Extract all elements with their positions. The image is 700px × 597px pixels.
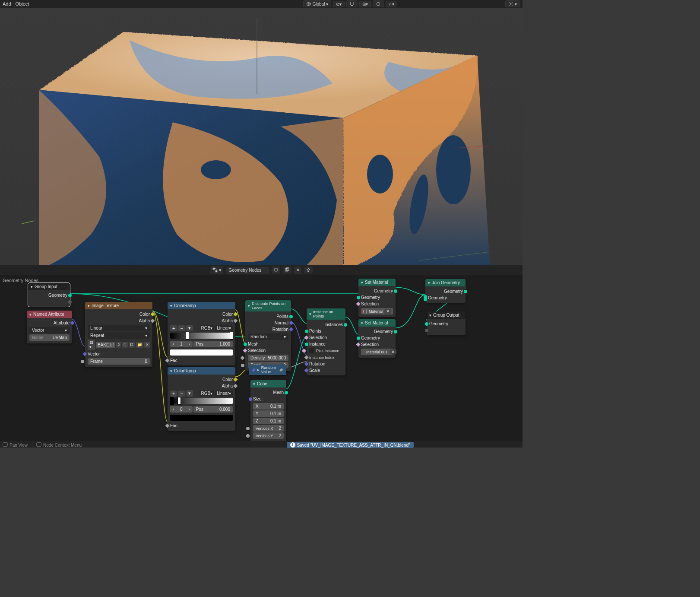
size-x-field[interactable]: X0.1 m bbox=[253, 403, 284, 410]
snap-toggle[interactable] bbox=[346, 0, 358, 7]
size-y-field[interactable]: Y0.1 m bbox=[253, 410, 284, 417]
copy-button[interactable] bbox=[283, 267, 291, 273]
ramp-stop-1[interactable] bbox=[170, 397, 174, 405]
pick-instance-checkbox[interactable] bbox=[309, 348, 314, 353]
socket-geometry-in[interactable] bbox=[425, 322, 428, 326]
pin-button[interactable] bbox=[272, 267, 280, 273]
clear-button[interactable]: ✕ bbox=[390, 349, 396, 354]
socket-size-in[interactable] bbox=[249, 397, 252, 401]
node-colorramp-1[interactable]: ▾ColorRamp Color Alpha + − ▾ RGB ▾ Linea… bbox=[168, 302, 235, 365]
socket-index-in[interactable] bbox=[304, 356, 309, 360]
socket-empty-in[interactable] bbox=[425, 329, 428, 332]
add-stop-button[interactable]: + bbox=[170, 325, 177, 331]
socket-pick-in[interactable] bbox=[302, 349, 306, 352]
unlink-button[interactable]: ✕ bbox=[144, 342, 150, 348]
node-header[interactable]: ▾Cube bbox=[250, 380, 286, 387]
stop-index-field[interactable]: ‹1› bbox=[170, 341, 193, 347]
type-dropdown[interactable]: Vector▾ bbox=[29, 327, 70, 333]
node-header[interactable]: ▾Join Geometry bbox=[425, 279, 466, 286]
socket-vector-in[interactable] bbox=[83, 352, 87, 356]
fake-user-button[interactable]: ♡ bbox=[122, 342, 128, 348]
method-dropdown[interactable]: Random▾ bbox=[248, 333, 288, 340]
new-button[interactable]: 🗋 bbox=[129, 342, 135, 348]
snap-dropdown[interactable]: ⊞▾ bbox=[359, 1, 371, 7]
colorramp-gradient[interactable] bbox=[170, 398, 233, 404]
node-header[interactable]: ▾Group Output bbox=[427, 311, 466, 319]
socket-scale-in[interactable] bbox=[304, 368, 309, 373]
nodetree-name[interactable]: Geometry Nodes bbox=[226, 267, 269, 273]
node-set-material-1[interactable]: ▾Set Material Geometry Geometry Selectio… bbox=[358, 279, 396, 317]
name-field[interactable]: NameUVMap bbox=[29, 334, 70, 341]
socket-material-in[interactable] bbox=[363, 310, 364, 313]
node-browse-icon[interactable]: ▾ bbox=[210, 266, 223, 274]
interp-dropdown[interactable]: Linear ▾ bbox=[215, 391, 233, 396]
socket-rotation-out[interactable] bbox=[289, 327, 294, 332]
node-distribute-points[interactable]: ▾Distribute Points on Faces Points Norma… bbox=[245, 300, 291, 371]
menu-add[interactable]: Add bbox=[3, 1, 11, 6]
image-browse-button[interactable]: 🖼▾ bbox=[88, 340, 95, 350]
node-header[interactable]: ▸ Random Value bbox=[249, 365, 286, 375]
socket-geometry-out[interactable] bbox=[394, 330, 397, 333]
socket-geometry-out[interactable] bbox=[68, 294, 72, 297]
extension-dropdown[interactable]: Repeat▾ bbox=[88, 332, 150, 339]
node-join-geometry[interactable]: ▾Join Geometry Geometry Geometry bbox=[425, 279, 466, 303]
node-editor[interactable]: Geometry Nodes ▾Group Input bbox=[0, 275, 523, 441]
socket-fac-in[interactable] bbox=[165, 359, 170, 363]
node-group-input[interactable]: ▾Group Input Geometry bbox=[28, 283, 70, 307]
users-count[interactable]: 2 bbox=[116, 342, 121, 348]
socket-selection-in[interactable] bbox=[356, 302, 361, 306]
node-header[interactable]: ▾Named Attribute bbox=[27, 311, 72, 318]
open-button[interactable]: 📁 bbox=[136, 342, 143, 348]
socket-geometry-out[interactable] bbox=[394, 289, 397, 293]
node-header[interactable]: ▾ColorRamp bbox=[168, 302, 235, 309]
node-group-output[interactable]: ▾Group Output Geometry bbox=[427, 311, 466, 335]
node-named-attribute[interactable]: ▾Named Attribute Attribute Vector▾ NameU… bbox=[27, 311, 72, 343]
socket-alpha-out[interactable] bbox=[234, 384, 238, 388]
menu-object[interactable]: Object bbox=[16, 1, 29, 6]
ramp-stop-1[interactable] bbox=[186, 332, 189, 340]
node-header[interactable]: ▾Distribute Points on Faces bbox=[245, 300, 291, 311]
socket-empty-out[interactable] bbox=[68, 300, 72, 304]
socket-instance-in[interactable] bbox=[305, 343, 308, 346]
clear-button[interactable]: ✕ bbox=[384, 309, 391, 314]
socket-vy-in[interactable] bbox=[246, 434, 250, 438]
socket-points-out[interactable] bbox=[289, 315, 293, 318]
size-z-field[interactable]: Z0.1 m bbox=[253, 418, 284, 424]
socket-fac-in[interactable] bbox=[165, 424, 170, 428]
remove-stop-button[interactable]: − bbox=[178, 391, 185, 397]
options-button[interactable]: ▾ bbox=[505, 0, 520, 7]
socket-seed-in[interactable] bbox=[241, 364, 244, 367]
node-image-texture[interactable]: ▾Image Texture Color Alpha Linear▾ Repea… bbox=[85, 302, 152, 367]
pivot-dropdown[interactable]: ⊙▾ bbox=[333, 1, 345, 7]
node-header[interactable]: ▾Group Input bbox=[28, 283, 70, 290]
colorramp-gradient[interactable] bbox=[170, 333, 233, 339]
socket-selection-in[interactable] bbox=[243, 349, 247, 353]
socket-vx-in[interactable] bbox=[246, 427, 250, 430]
socket-selection-in[interactable] bbox=[304, 336, 309, 340]
interp-dropdown[interactable]: Linear▾ bbox=[88, 325, 150, 331]
proportional-dropdown[interactable]: ∩▾ bbox=[386, 1, 397, 7]
material-field[interactable]: Material.001✕ bbox=[361, 349, 393, 355]
node-header[interactable]: ▾Set Material bbox=[358, 279, 396, 286]
tools-dropdown[interactable]: ▾ bbox=[186, 325, 193, 331]
3d-viewport[interactable] bbox=[0, 8, 523, 265]
socket-color-out[interactable] bbox=[151, 312, 155, 317]
socket-color-out[interactable] bbox=[234, 312, 238, 317]
material-field[interactable]: Material✕ bbox=[361, 308, 393, 314]
mode-dropdown[interactable]: RGB ▾ bbox=[200, 391, 215, 396]
tools-dropdown[interactable]: ▾ bbox=[186, 390, 193, 397]
socket-alpha-out[interactable] bbox=[234, 319, 238, 323]
add-stop-button[interactable]: + bbox=[170, 391, 177, 397]
socket-normal-out[interactable] bbox=[289, 321, 294, 325]
image-name-field[interactable]: BAKE.tif bbox=[96, 342, 115, 348]
verts-x-field[interactable]: Vertices X2 bbox=[253, 425, 284, 432]
socket-density-in[interactable] bbox=[241, 356, 245, 360]
socket-out[interactable] bbox=[279, 368, 283, 372]
stop-color-swatch[interactable] bbox=[170, 349, 233, 356]
remove-stop-button[interactable]: − bbox=[178, 325, 185, 331]
proportional-toggle[interactable] bbox=[373, 0, 384, 7]
frame-field[interactable]: Frame0 bbox=[88, 358, 150, 365]
socket-frame-in[interactable] bbox=[81, 360, 84, 363]
node-cube[interactable]: ▾Cube Mesh Size: X0.1 m Y0.1 m Z0.1 m Ve… bbox=[250, 380, 286, 441]
socket-geometry-out[interactable] bbox=[464, 290, 467, 293]
